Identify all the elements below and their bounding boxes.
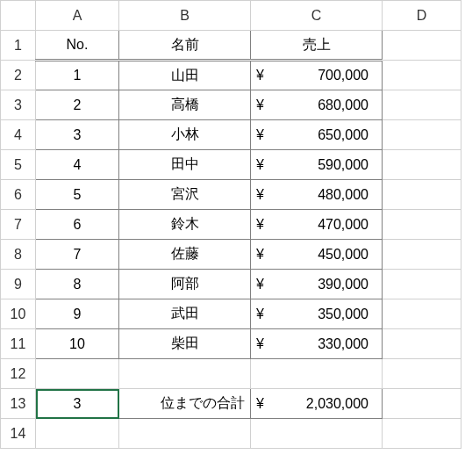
sales-value: 480,000	[272, 187, 368, 203]
cell-name[interactable]: 鈴木	[119, 210, 251, 240]
row-header[interactable]: 12	[1, 359, 36, 389]
row-header[interactable]: 6	[1, 180, 36, 210]
cell[interactable]	[251, 419, 383, 449]
cell[interactable]	[36, 359, 119, 389]
cell[interactable]	[383, 120, 461, 150]
cell[interactable]	[383, 419, 461, 449]
cell-name[interactable]: 高橋	[119, 90, 251, 120]
spreadsheet[interactable]: A B C D 1 No. 名前 売上 2 1 山田 ¥700,000 3 2 …	[0, 0, 461, 449]
row-header[interactable]: 13	[1, 389, 36, 419]
sales-value: 450,000	[272, 247, 368, 263]
yen-symbol: ¥	[256, 217, 272, 233]
cell-no[interactable]: 2	[36, 90, 119, 120]
yen-symbol: ¥	[256, 187, 272, 203]
yen-symbol: ¥	[256, 157, 272, 173]
cell-name[interactable]: 阿部	[119, 270, 251, 299]
row-header[interactable]: 5	[1, 150, 36, 180]
cell[interactable]	[383, 180, 461, 210]
cell[interactable]	[119, 419, 251, 449]
sales-value: 330,000	[272, 336, 368, 352]
sales-value: 680,000	[272, 97, 368, 113]
cell-no[interactable]: 10	[36, 329, 119, 359]
row-header[interactable]: 4	[1, 120, 36, 150]
cell-no[interactable]: 1	[36, 61, 119, 90]
sales-value: 470,000	[272, 217, 368, 233]
cell-sales[interactable]: ¥470,000	[251, 210, 383, 240]
yen-symbol: ¥	[256, 247, 272, 263]
cell[interactable]	[383, 299, 461, 329]
cell-name[interactable]: 小林	[119, 120, 251, 150]
sales-value: 700,000	[272, 68, 368, 83]
cell-sales[interactable]: ¥330,000	[251, 329, 383, 359]
col-header-c[interactable]: C	[251, 1, 383, 31]
cell[interactable]	[383, 329, 461, 359]
summary-total-cell[interactable]: ¥2,030,000	[251, 389, 383, 419]
row-header[interactable]: 3	[1, 90, 36, 120]
sales-value: 650,000	[272, 127, 368, 143]
cell[interactable]	[383, 240, 461, 270]
row-header[interactable]: 1	[1, 31, 36, 61]
cell-no[interactable]: 6	[36, 210, 119, 240]
cell[interactable]	[383, 210, 461, 240]
cell-sales[interactable]: ¥650,000	[251, 120, 383, 150]
header-name[interactable]: 名前	[119, 31, 251, 61]
cell-no[interactable]: 3	[36, 120, 119, 150]
cell-no[interactable]: 4	[36, 150, 119, 180]
cell-sales[interactable]: ¥590,000	[251, 150, 383, 180]
cell-name[interactable]: 柴田	[119, 329, 251, 359]
cell-sales[interactable]: ¥350,000	[251, 299, 383, 329]
cell[interactable]	[251, 359, 383, 389]
cell[interactable]	[383, 90, 461, 120]
cell-name[interactable]: 山田	[119, 61, 251, 90]
cell-name[interactable]: 佐藤	[119, 240, 251, 270]
select-all-corner[interactable]	[1, 1, 36, 31]
yen-symbol: ¥	[256, 396, 272, 412]
sales-value: 590,000	[272, 157, 368, 173]
summary-label-cell[interactable]: 位までの合計	[119, 389, 251, 419]
cell[interactable]	[383, 270, 461, 299]
sales-value: 390,000	[272, 277, 368, 292]
cell[interactable]	[383, 61, 461, 90]
cell-sales[interactable]: ¥480,000	[251, 180, 383, 210]
yen-symbol: ¥	[256, 307, 272, 322]
cell-sales[interactable]: ¥390,000	[251, 270, 383, 299]
cell[interactable]	[119, 359, 251, 389]
cell[interactable]	[383, 359, 461, 389]
cell[interactable]	[383, 31, 461, 61]
cell-sales[interactable]: ¥700,000	[251, 61, 383, 90]
cell-name[interactable]: 武田	[119, 299, 251, 329]
cell-name[interactable]: 宮沢	[119, 180, 251, 210]
total-value: 2,030,000	[272, 396, 368, 412]
header-sales[interactable]: 売上	[251, 31, 383, 61]
cell-no[interactable]: 7	[36, 240, 119, 270]
col-header-d[interactable]: D	[383, 1, 461, 31]
cell-no[interactable]: 5	[36, 180, 119, 210]
cell-no[interactable]: 9	[36, 299, 119, 329]
cell[interactable]	[383, 150, 461, 180]
row-header[interactable]: 10	[1, 299, 36, 329]
row-header[interactable]: 7	[1, 210, 36, 240]
row-header[interactable]: 2	[1, 61, 36, 90]
cell[interactable]	[36, 419, 119, 449]
cell[interactable]	[383, 389, 461, 419]
header-no[interactable]: No.	[36, 31, 119, 61]
yen-symbol: ¥	[256, 336, 272, 352]
row-header[interactable]: 8	[1, 240, 36, 270]
cell-sales[interactable]: ¥680,000	[251, 90, 383, 120]
col-header-b[interactable]: B	[119, 1, 251, 31]
row-header[interactable]: 11	[1, 329, 36, 359]
cell-name[interactable]: 田中	[119, 150, 251, 180]
row-header[interactable]: 9	[1, 270, 36, 299]
yen-symbol: ¥	[256, 127, 272, 143]
cell-sales[interactable]: ¥450,000	[251, 240, 383, 270]
sales-value: 350,000	[272, 307, 368, 322]
summary-rank-cell[interactable]: 3	[36, 389, 119, 419]
col-header-a[interactable]: A	[36, 1, 119, 31]
row-header[interactable]: 14	[1, 419, 36, 449]
yen-symbol: ¥	[256, 97, 272, 113]
cell-no[interactable]: 8	[36, 270, 119, 299]
yen-symbol: ¥	[256, 277, 272, 292]
yen-symbol: ¥	[256, 68, 272, 83]
